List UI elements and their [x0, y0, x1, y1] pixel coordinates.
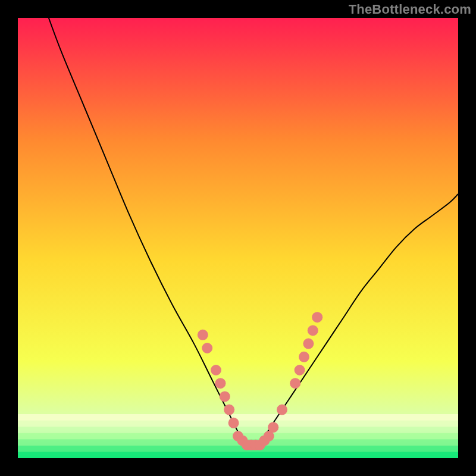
marker-dot — [228, 418, 239, 428]
marker-dot — [198, 330, 208, 340]
marker-dot — [295, 365, 305, 375]
marker-dot — [303, 339, 314, 349]
svg-rect-6 — [18, 452, 458, 458]
marker-dot — [277, 405, 287, 415]
marker-dot — [211, 365, 221, 375]
marker-dot — [202, 343, 212, 353]
marker-dot — [299, 352, 309, 362]
marker-dot — [215, 378, 226, 389]
marker-dot — [268, 422, 278, 433]
gradient-background — [18, 18, 458, 458]
marker-dot — [290, 378, 300, 389]
watermark-label: TheBottleneck.com — [349, 2, 471, 17]
marker-dot — [308, 325, 318, 336]
plot-area — [18, 18, 458, 458]
marker-dot — [312, 312, 322, 322]
svg-rect-0 — [18, 414, 458, 421]
chart-svg — [18, 18, 458, 458]
svg-rect-5 — [18, 446, 458, 452]
marker-dot — [224, 405, 234, 415]
chart-frame: TheBottleneck.com — [0, 0, 476, 476]
marker-dot — [220, 391, 230, 402]
